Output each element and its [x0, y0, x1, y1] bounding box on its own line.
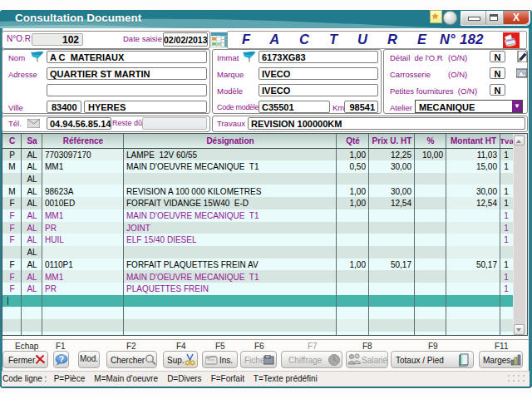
svg-text:?: ? [59, 354, 64, 364]
